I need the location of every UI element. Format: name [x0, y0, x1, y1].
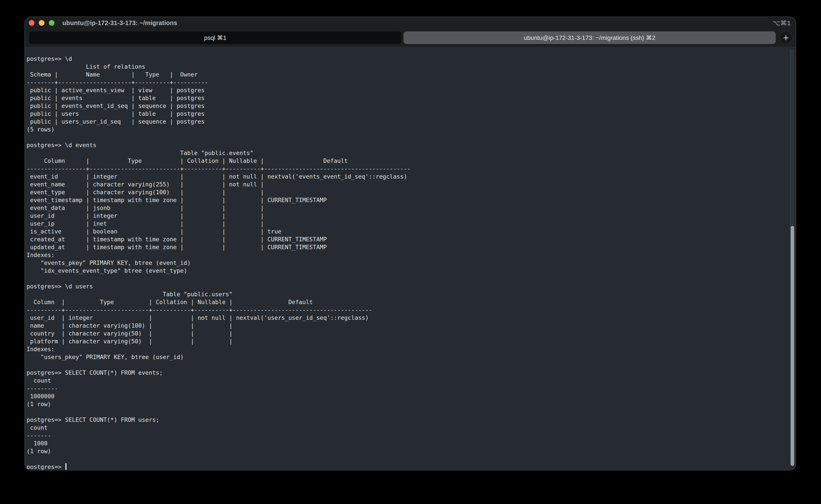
- titlebar[interactable]: ubuntu@ip-172-31-3-173: ~/migrations ⌥⌘1: [25, 17, 796, 29]
- tab-psql-label: psql ⌘1: [204, 34, 227, 41]
- tab-ssh-migrations[interactable]: ubuntu@ip-172-31-3-173: ~/migrations (ss…: [404, 31, 776, 44]
- plus-icon: +: [783, 33, 789, 43]
- traffic-lights: [29, 20, 55, 26]
- terminal-content[interactable]: postgres=> \d List of relations Schema |…: [25, 47, 796, 470]
- terminal-output[interactable]: postgres=> \d List of relations Schema |…: [25, 47, 796, 470]
- scrollbar-track[interactable]: [790, 49, 794, 466]
- window-title: ubuntu@ip-172-31-3-173: ~/migrations: [62, 19, 177, 27]
- scrollbar-thumb[interactable]: [791, 226, 794, 466]
- minimize-button[interactable]: [39, 20, 44, 26]
- terminal-window: ubuntu@ip-172-31-3-173: ~/migrations ⌥⌘1…: [24, 17, 796, 470]
- tab-bar: psql ⌘1 ubuntu@ip-172-31-3-173: ~/migrat…: [25, 29, 796, 47]
- tab-ssh-migrations-label: ubuntu@ip-172-31-3-173: ~/migrations (ss…: [524, 34, 656, 41]
- tab-psql[interactable]: psql ⌘1: [29, 31, 401, 44]
- terminal-cursor: [65, 463, 66, 470]
- close-button[interactable]: [29, 20, 34, 26]
- new-tab-button[interactable]: +: [779, 31, 793, 44]
- window-shortcut-hint: ⌥⌘1: [773, 19, 791, 27]
- zoom-button[interactable]: [49, 20, 55, 26]
